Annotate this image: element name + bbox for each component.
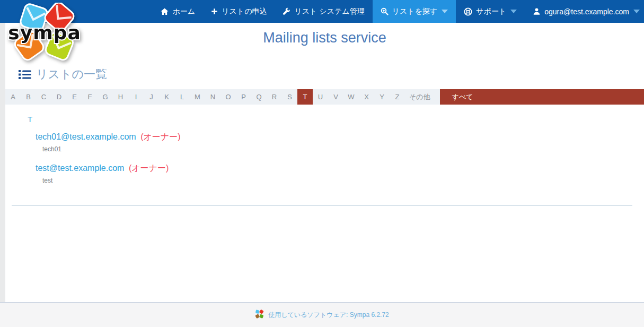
search-plus-icon — [381, 7, 389, 15]
list-link-tech01[interactable]: tech01@test.example.com — [36, 132, 136, 141]
page-title: Mailing lists service — [5, 30, 644, 46]
nav-user-menu[interactable]: ogura@test.example.com — [525, 0, 644, 23]
group-letter: T — [28, 115, 644, 124]
sympa-logo[interactable]: sympa — [4, 3, 85, 63]
alphabet-letter-n[interactable]: N — [205, 89, 220, 105]
alphabet-letter-z[interactable]: Z — [390, 89, 405, 105]
svg-text:sympa: sympa — [8, 22, 81, 44]
alphabet-letter-f[interactable]: F — [82, 89, 98, 105]
list-subject: tech01 — [42, 145, 644, 153]
nav-create-list[interactable]: リストの申込 — [203, 0, 275, 23]
chevron-down-icon — [633, 10, 640, 13]
chevron-down-icon — [442, 10, 448, 13]
footer-software-link[interactable]: 使用しているソフトウェア: Sympa 6.2.72 — [268, 311, 389, 320]
alphabet-letter-h[interactable]: H — [113, 89, 128, 105]
alphabet-letter-p[interactable]: P — [236, 89, 251, 105]
alphabet-letter-j[interactable]: J — [144, 89, 159, 105]
list-icon — [19, 70, 31, 80]
alphabet-letter-k[interactable]: K — [159, 89, 174, 105]
alphabet-letter-m[interactable]: M — [190, 89, 205, 105]
alphabet-letter-a[interactable]: A — [5, 89, 21, 105]
chevron-down-icon — [510, 10, 517, 13]
nav-system-admin[interactable]: リスト システム管理 — [275, 0, 372, 23]
alphabet-other[interactable]: その他 — [405, 89, 435, 105]
alphabet-letter-x[interactable]: X — [359, 89, 374, 105]
footer: 使用しているソフトウェア: Sympa 6.2.72 — [0, 302, 644, 327]
alphabet-letter-i[interactable]: I — [128, 89, 144, 105]
alphabet-letter-u[interactable]: U — [313, 89, 328, 105]
divider — [12, 205, 632, 206]
alphabet-letter-t[interactable]: T — [297, 89, 313, 105]
nav-label: リストを探す — [392, 7, 438, 16]
sympa-mini-logo — [255, 309, 264, 321]
owner-label: (オーナー) — [140, 132, 180, 141]
alphabet-letter-r[interactable]: R — [267, 89, 282, 105]
wrench-icon — [283, 7, 290, 15]
top-navbar: ホーム リストの申込 リスト システム管理 リストを探す — [0, 0, 644, 23]
plus-icon — [211, 8, 218, 15]
alphabet-letter-q[interactable]: Q — [251, 89, 267, 105]
alphabet-letter-e[interactable]: E — [67, 89, 82, 105]
nav-label: リストの申込 — [222, 7, 267, 16]
user-icon — [533, 7, 541, 15]
alphabet-letter-b[interactable]: B — [21, 89, 36, 105]
alphabet-letter-g[interactable]: G — [98, 89, 113, 105]
alphabet-index-bar: ABCDEFGHIJKLMNOPQRSTUVWXYZ その他 すべて — [5, 89, 644, 105]
nav-label: サポート — [476, 7, 506, 16]
list-subject: test — [42, 177, 644, 184]
section-heading-label: リストの一覧 — [36, 66, 107, 82]
list-item: tech01@test.example.com (オーナー) — [36, 132, 644, 143]
home-icon — [161, 8, 169, 15]
list-item: test@test.example.com (オーナー) — [36, 163, 644, 174]
nav-label: ogura@test.example.com — [544, 7, 629, 16]
alphabet-letter-c[interactable]: C — [36, 89, 51, 105]
nav-support[interactable]: サポート — [456, 0, 525, 23]
life-ring-icon — [464, 7, 472, 16]
alphabet-letter-s[interactable]: S — [282, 89, 297, 105]
nav-label: ホーム — [172, 7, 195, 16]
alphabet-all[interactable]: すべて — [440, 89, 644, 105]
list-results: T tech01@test.example.com (オーナー) tech01 … — [5, 105, 644, 206]
alphabet-letter-d[interactable]: D — [51, 89, 67, 105]
nav-home[interactable]: ホーム — [153, 0, 203, 23]
alphabet-letter-v[interactable]: V — [328, 89, 343, 105]
alphabet-letter-l[interactable]: L — [174, 89, 190, 105]
nav-label: リスト システム管理 — [294, 7, 364, 16]
list-link-test[interactable]: test@test.example.com — [36, 164, 124, 173]
alphabet-letter-o[interactable]: O — [220, 89, 236, 105]
section-heading: リストの一覧 — [19, 66, 644, 82]
owner-label: (オーナー) — [129, 164, 169, 173]
alphabet-letter-y[interactable]: Y — [374, 89, 390, 105]
nav-search-lists[interactable]: リストを探す — [373, 0, 456, 23]
alphabet-letter-w[interactable]: W — [343, 89, 359, 105]
alphabet-letters: ABCDEFGHIJKLMNOPQRSTUVWXYZ — [5, 89, 405, 105]
main-content: Mailing lists service リストの一覧 ABCDEFGHIJK… — [5, 23, 644, 302]
